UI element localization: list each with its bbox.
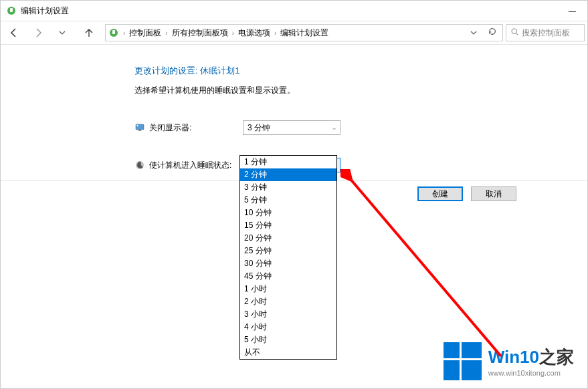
chevron-right-icon: › bbox=[231, 29, 235, 37]
minimize-button[interactable]: — bbox=[557, 1, 587, 21]
breadcrumb: › 控制面板 › 所有控制面板项 › 电源选项 › 编辑计划设置 bbox=[122, 27, 331, 39]
chevron-right-icon: › bbox=[164, 29, 169, 37]
sleep-label: 使计算机进入睡眠状态: bbox=[149, 160, 243, 171]
select-value: 3 分钟 bbox=[248, 122, 270, 134]
dropdown-option[interactable]: 2 小时 bbox=[240, 295, 336, 308]
moon-icon bbox=[134, 160, 145, 170]
chevron-down-icon: ⌵ bbox=[332, 124, 336, 131]
svg-point-8 bbox=[136, 125, 138, 126]
display-off-row: 关闭显示器: 3 分钟 ⌵ bbox=[134, 120, 587, 135]
svg-rect-1 bbox=[10, 8, 13, 12]
breadcrumb-item[interactable]: 所有控制面板项 bbox=[169, 27, 231, 39]
dropdown-option[interactable]: 2 分钟 bbox=[240, 168, 336, 181]
sleep-row: 使计算机进入睡眠状态: 3 分钟 ⌵ bbox=[134, 158, 587, 172]
titlebar: 编辑计划设置 — bbox=[1, 1, 587, 21]
address-bar[interactable]: › 控制面板 › 所有控制面板项 › 电源选项 › 编辑计划设置 bbox=[105, 24, 503, 41]
svg-rect-7 bbox=[138, 130, 141, 131]
forward-button[interactable] bbox=[30, 25, 46, 41]
search-icon bbox=[510, 27, 519, 38]
windows-logo-icon bbox=[444, 342, 482, 380]
dropdown-option[interactable]: 20 分钟 bbox=[240, 232, 336, 245]
dropdown-option[interactable]: 1 小时 bbox=[240, 283, 336, 295]
svg-point-4 bbox=[512, 29, 516, 33]
app-icon bbox=[6, 5, 17, 16]
watermark-url: www.win10xitong.com bbox=[488, 369, 574, 377]
dropdown-option[interactable]: 15 分钟 bbox=[240, 219, 336, 232]
content-area: 更改计划的设置: 休眠计划1 选择希望计算机使用的睡眠设置和显示设置。 关闭显示… bbox=[1, 45, 587, 172]
watermark: Win10之家 www.win10xitong.com bbox=[444, 342, 574, 380]
svg-line-5 bbox=[516, 33, 518, 35]
dropdown-option[interactable]: 1 分钟 bbox=[240, 156, 336, 168]
page-title: 更改计划的设置: 休眠计划1 bbox=[134, 65, 587, 77]
address-dropdown-button[interactable] bbox=[468, 27, 480, 39]
address-icon bbox=[108, 27, 119, 38]
back-button[interactable] bbox=[6, 25, 22, 41]
dropdown-option[interactable]: 5 分钟 bbox=[240, 194, 336, 207]
watermark-title: Win10之家 bbox=[488, 346, 574, 369]
breadcrumb-item[interactable]: 电源选项 bbox=[235, 27, 273, 39]
chevron-right-icon: › bbox=[273, 29, 278, 37]
dropdown-option[interactable]: 25 分钟 bbox=[240, 245, 336, 257]
dropdown-history-button[interactable] bbox=[54, 25, 70, 41]
window-title: 编辑计划设置 bbox=[21, 5, 69, 17]
search-input[interactable]: 搜索控制面板 bbox=[506, 24, 585, 41]
create-button[interactable]: 创建 bbox=[417, 186, 463, 201]
svg-line-10 bbox=[350, 178, 501, 356]
display-off-label: 关闭显示器: bbox=[149, 122, 243, 134]
dropdown-option[interactable]: 45 分钟 bbox=[240, 270, 336, 283]
search-placeholder: 搜索控制面板 bbox=[522, 27, 570, 39]
monitor-icon bbox=[134, 122, 145, 133]
up-button[interactable] bbox=[81, 25, 97, 41]
svg-rect-3 bbox=[112, 30, 115, 34]
cancel-button[interactable]: 取消 bbox=[471, 186, 516, 201]
dropdown-option[interactable]: 10 分钟 bbox=[240, 207, 336, 219]
breadcrumb-item[interactable]: 编辑计划设置 bbox=[278, 27, 331, 39]
breadcrumb-item[interactable]: 控制面板 bbox=[126, 27, 164, 39]
dropdown-option[interactable]: 3 分钟 bbox=[240, 181, 336, 194]
refresh-button[interactable] bbox=[485, 27, 500, 39]
display-off-select[interactable]: 3 分钟 ⌵ bbox=[243, 120, 340, 135]
toolbar: › 控制面板 › 所有控制面板项 › 电源选项 › 编辑计划设置 搜索控制面板 bbox=[1, 21, 587, 45]
chevron-right-icon: › bbox=[122, 29, 126, 37]
dropdown-option[interactable]: 3 小时 bbox=[240, 308, 336, 321]
page-description: 选择希望计算机使用的睡眠设置和显示设置。 bbox=[134, 85, 587, 96]
dropdown-option[interactable]: 30 分钟 bbox=[240, 257, 336, 270]
dropdown-option[interactable]: 从不 bbox=[240, 346, 336, 359]
dropdown-option[interactable]: 5 小时 bbox=[240, 334, 336, 346]
dropdown-option[interactable]: 4 小时 bbox=[240, 321, 336, 334]
sleep-dropdown-list: 1 分钟2 分钟3 分钟5 分钟10 分钟15 分钟20 分钟25 分钟30 分… bbox=[239, 155, 337, 360]
